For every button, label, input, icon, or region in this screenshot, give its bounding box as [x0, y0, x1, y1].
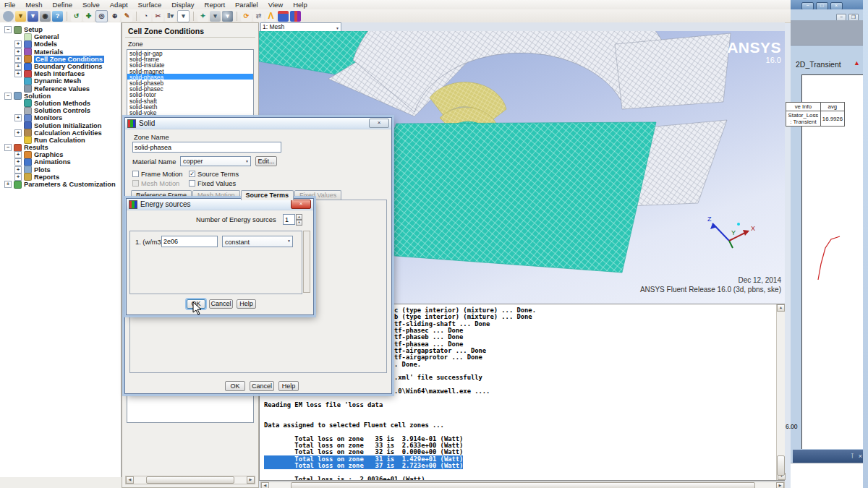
scroll-thumb[interactable]	[777, 455, 785, 476]
tree-item-reports[interactable]: Reports	[0, 174, 121, 181]
zone-item[interactable]: solid-insulate	[127, 61, 253, 67]
zone-item[interactable]: solid-magnet	[127, 68, 253, 74]
cancel-button[interactable]: Cancel	[209, 299, 233, 309]
fixed-values-checkbox[interactable]	[189, 180, 195, 187]
tree-item-general[interactable]: General	[0, 33, 121, 40]
rotate-view-icon[interactable]: ↺	[71, 11, 82, 22]
zone-item[interactable]: solid-air-gap	[127, 50, 253, 56]
material-combo[interactable]: copper	[180, 156, 251, 166]
frame-motion-checkbox[interactable]	[132, 171, 139, 177]
histogram-icon[interactable]	[290, 11, 301, 22]
tree-item-monitors[interactable]: Monitors	[0, 114, 121, 121]
lights-icon[interactable]: ✦	[197, 11, 208, 22]
menu-solve[interactable]: Solve	[82, 1, 100, 9]
scroll-thumb[interactable]	[146, 476, 234, 484]
probe-icon[interactable]: ✎	[122, 11, 132, 22]
expand-icon[interactable]	[14, 63, 22, 70]
close-icon[interactable]: ×	[859, 453, 862, 460]
tree-item-calculation-activities[interactable]: Calculation Activities	[0, 129, 121, 137]
render-options-icon[interactable]: ▾	[222, 11, 233, 22]
tree-item-solution-controls[interactable]: Solution Controls	[0, 107, 121, 114]
save-icon[interactable]: ▼	[27, 11, 38, 22]
close-icon[interactable]	[291, 200, 311, 209]
expand-icon[interactable]	[14, 48, 22, 56]
zone-name-input[interactable]	[132, 142, 281, 153]
menu-report[interactable]: Report	[205, 1, 226, 9]
tree-item-plots[interactable]: Plots	[0, 166, 121, 174]
help-button[interactable]: Help	[237, 299, 256, 309]
expand-icon[interactable]	[4, 181, 12, 188]
menu-define[interactable]: Define	[53, 1, 72, 9]
scroll-up-icon[interactable]: ▲	[777, 304, 785, 312]
ansys-logo-icon[interactable]: Λ	[265, 11, 276, 22]
console-horizontal-scrollbar[interactable]: ◀ ▶	[260, 481, 785, 488]
energy-count-input[interactable]	[283, 214, 295, 225]
pin-icon[interactable]: ⊺	[851, 453, 854, 460]
source-terms-checkbox[interactable]	[189, 171, 195, 177]
menu-mesh[interactable]: Mesh	[25, 1, 42, 9]
expand-icon[interactable]	[14, 40, 22, 48]
file-open-icon[interactable]: ▼	[15, 11, 26, 22]
collapse-icon[interactable]	[4, 144, 12, 151]
shading-icon[interactable]: ▾	[210, 11, 221, 22]
tree-item-mesh-interfaces[interactable]: Mesh Interfaces	[0, 70, 121, 77]
spin-down-icon[interactable]: ▼	[296, 220, 302, 226]
expand-icon[interactable]	[14, 151, 22, 158]
pan-icon[interactable]: ✚	[83, 11, 94, 22]
expand-icon[interactable]	[14, 129, 22, 137]
zone-item[interactable]: solid-shaft	[127, 98, 253, 103]
zone-item[interactable]: solid-frame	[127, 56, 253, 61]
tree-item-solution-methods[interactable]: Solution Methods	[0, 100, 121, 107]
source-value-input[interactable]	[161, 236, 218, 247]
collapse-icon[interactable]	[4, 93, 12, 100]
tab-source-terms[interactable]: Source Terms	[241, 190, 294, 200]
menu-help[interactable]: Help	[293, 1, 307, 9]
console-scrollbar[interactable]: ▲ ▼	[776, 304, 785, 480]
sync-icon[interactable]: ⟳	[241, 11, 252, 22]
tree-item-results[interactable]: Results	[0, 144, 121, 151]
cancel-button[interactable]: Cancel	[250, 381, 274, 391]
spin-up-icon[interactable]: ▲	[296, 214, 302, 220]
expand-icon[interactable]	[14, 114, 22, 121]
expand-icon[interactable]	[14, 56, 22, 63]
tree-item-setup[interactable]: Setup	[0, 26, 121, 33]
zone-item[interactable]: solid-phaseb	[127, 80, 253, 85]
tree-item-graphics[interactable]: Graphics	[0, 151, 121, 158]
expand-icon[interactable]	[14, 166, 22, 174]
snapshot-icon[interactable]: ◉	[40, 11, 51, 22]
tree-item-solution[interactable]: Solution	[0, 93, 121, 100]
status-icon[interactable]	[3, 11, 14, 22]
scroll-thumb[interactable]	[291, 482, 755, 488]
scroll-left-icon[interactable]: ◀	[261, 482, 269, 488]
ok-button[interactable]: OK	[225, 381, 245, 391]
tree-item-run-calculation[interactable]: Run Calculation	[0, 137, 121, 144]
tree-item-boundary-conditions[interactable]: Boundary Conditions	[0, 63, 121, 70]
help-icon[interactable]: ?	[52, 11, 63, 22]
tree-item-reference-values[interactable]: Reference Values	[0, 85, 121, 93]
edit-material-button[interactable]: Edit...	[255, 156, 277, 166]
scroll-left-icon[interactable]: ◀	[126, 476, 134, 484]
refresh-icon[interactable]: ⇄	[253, 11, 264, 22]
expand-icon[interactable]	[14, 70, 22, 77]
zone-item[interactable]: solid-phasec	[127, 85, 253, 91]
count-spinner[interactable]: ▲▼	[296, 214, 302, 225]
scroll-right-icon[interactable]: ▶	[776, 482, 784, 488]
expand-icon[interactable]	[14, 158, 22, 166]
tree-item-models[interactable]: Models	[0, 40, 121, 48]
sources-scrollbar[interactable]	[303, 231, 310, 293]
menu-adapt[interactable]: Adapt	[110, 1, 128, 9]
expand-icon[interactable]	[14, 174, 22, 181]
menu-view[interactable]: View	[268, 1, 283, 9]
magnify-surface-icon[interactable]: ◔	[140, 11, 151, 22]
zone-item[interactable]: solid-teeth	[127, 103, 253, 109]
zone-item-selected[interactable]: solid-phasea	[127, 74, 253, 80]
scroll-right-icon[interactable]: ▶	[247, 476, 255, 484]
menu-display[interactable]: Display	[171, 1, 194, 9]
menu-parallel[interactable]: Parallel	[235, 1, 258, 9]
grid-table-icon[interactable]	[278, 11, 289, 22]
zoom-box-icon[interactable]: ◎	[95, 10, 108, 22]
zone-item[interactable]: solid-yoke	[127, 109, 253, 115]
tree-item-parameters-customization[interactable]: Parameters & Customization	[0, 181, 121, 188]
tree-item-cell-zone-conditions[interactable]: Cell Zone Conditions	[0, 56, 121, 63]
close-icon[interactable]	[369, 119, 389, 128]
